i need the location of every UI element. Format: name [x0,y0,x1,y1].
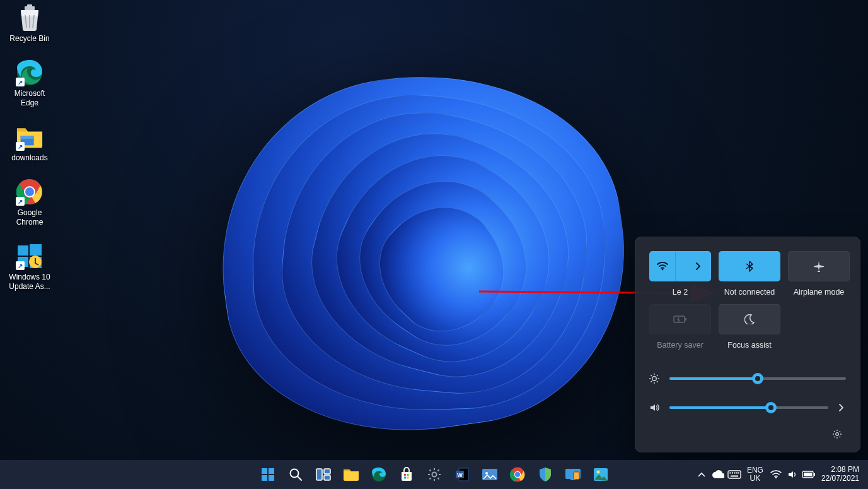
svg-point-50 [515,472,520,477]
photos-icon [593,468,608,481]
folder-icon [343,468,359,481]
volume-output-chevron-icon[interactable] [836,401,846,414]
taskbar-file-explorer[interactable] [339,462,363,486]
word-icon: W [454,467,470,482]
edge-icon: ↗ [16,59,43,86]
svg-point-26 [836,433,839,436]
svg-rect-56 [728,471,741,478]
folder-icon: ↗ [16,123,43,151]
svg-point-47 [485,472,488,474]
desktop-icon-recycle-bin[interactable]: Recycle Bin [4,4,55,44]
quick-setting-airplane[interactable] [788,251,850,281]
svg-rect-28 [269,468,274,474]
svg-rect-16 [685,318,686,321]
svg-line-24 [657,375,658,376]
wallpaper-bloom [145,25,662,461]
shortcut-badge-icon: ↗ [16,142,25,151]
desktop-icon-edge[interactable]: ↗ Microsoft Edge [4,59,55,108]
snipping-icon [482,468,498,481]
taskbar-chrome[interactable] [506,462,529,486]
desktop-icon-downloads[interactable]: ↗ downloads [4,123,55,163]
taskbar-edge[interactable] [367,462,391,486]
quick-setting-battery-saver [649,304,711,334]
tray-wifi-icon[interactable] [768,466,784,483]
clock-time: 2:08 PM [821,466,859,474]
taskbar-settings[interactable] [422,462,446,486]
taskbar-right: ENG UK 2:08 PM 22/07/2021 [694,466,863,483]
taskbar-snipping[interactable] [478,462,502,486]
search-button[interactable] [284,462,308,486]
desktop-icon-label: downloads [11,153,47,163]
svg-line-32 [298,476,301,480]
connect-icon [565,468,581,481]
tray-volume-icon[interactable] [785,466,800,483]
quick-setting-label: Not connected [724,288,775,297]
svg-rect-34 [324,469,330,474]
svg-rect-39 [404,477,406,479]
taskbar-photos[interactable] [589,462,613,486]
quick-setting-label: Battery saver [657,341,703,350]
tray-battery-icon[interactable] [801,466,816,483]
lang-bottom: UK [747,474,763,483]
chevron-right-icon[interactable] [685,252,710,281]
tray-keyboard-icon[interactable] [727,466,742,483]
quick-setting-bluetooth[interactable] [719,251,780,281]
tray-chevron-up-icon[interactable] [694,466,709,483]
quick-settings-panel: Le 2 Not connected Airplane mode [635,237,860,452]
quick-settings-gear-button[interactable] [828,425,846,443]
volume-slider[interactable] [669,406,828,409]
svg-line-25 [651,381,652,382]
brightness-icon [649,374,662,384]
airplane-icon [813,261,825,272]
gear-icon [832,429,842,439]
shortcut-badge-icon: ↗ [16,197,25,206]
moon-icon [744,314,755,324]
svg-rect-65 [804,473,812,476]
desktop-icon-label: Recycle Bin [9,34,49,44]
start-button[interactable] [256,462,280,486]
volume-slider-row [649,401,846,414]
svg-rect-29 [262,475,267,481]
quick-setting-focus-assist[interactable] [719,304,780,334]
svg-point-55 [596,471,599,474]
brightness-slider[interactable] [669,377,846,380]
edge-icon [371,467,386,482]
tray-onedrive-icon[interactable] [710,466,726,483]
svg-point-41 [432,473,436,477]
svg-rect-33 [316,469,322,480]
svg-rect-9 [30,244,42,256]
taskbar-clock[interactable]: 2:08 PM 22/07/2021 [818,466,863,483]
gear-icon [427,467,442,482]
clock-date: 22/07/2021 [821,474,859,483]
svg-rect-59 [734,473,735,474]
brightness-slider-row [649,374,846,384]
svg-point-17 [652,377,656,380]
store-icon [399,467,414,482]
language-indicator[interactable]: ENG UK [743,466,767,483]
shield-icon [538,467,552,482]
svg-rect-53 [574,472,579,480]
task-view-button[interactable] [311,462,335,486]
search-icon [289,468,303,481]
svg-rect-1 [27,4,32,7]
battery-saver-icon [673,315,687,324]
shortcut-badge-icon: ↗ [16,261,25,270]
taskbar-word[interactable]: W [450,462,474,486]
svg-rect-66 [814,473,815,476]
chrome-icon: ↗ [16,178,43,206]
taskbar-store[interactable] [395,462,419,486]
desktop-icon-label: Microsoft Edge [14,89,45,108]
quick-setting-label: Airplane mode [794,288,845,297]
svg-rect-35 [324,475,330,480]
svg-rect-58 [732,473,733,474]
svg-rect-60 [736,473,738,474]
quick-setting-wifi[interactable] [649,251,711,281]
svg-point-63 [775,477,777,479]
taskbar-connect[interactable] [561,462,585,486]
svg-line-23 [657,381,658,382]
desktop-icon-windows-update[interactable]: ↗ Windows 10 Update As... [4,242,55,292]
taskbar-security[interactable] [533,462,557,486]
bluetooth-icon [746,261,753,272]
desktop-icon-chrome[interactable]: ↗ Google Chrome [4,178,55,227]
svg-line-22 [651,375,652,376]
